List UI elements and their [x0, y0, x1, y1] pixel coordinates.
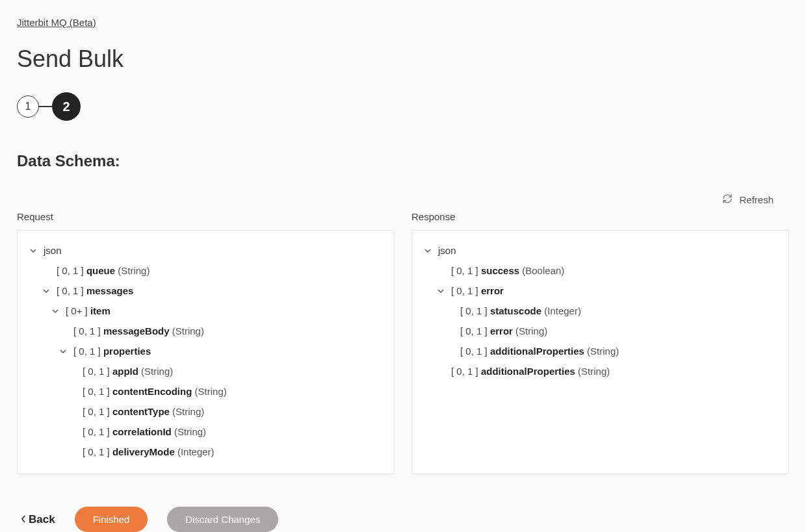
tree-node-item[interactable]: [ 0+ ] item	[29, 304, 382, 318]
step-1[interactable]: 1	[17, 95, 39, 118]
cardinality: [ 0, 1 ]	[73, 324, 101, 338]
field-name: error	[490, 324, 513, 338]
chevron-down-icon	[424, 247, 434, 255]
cardinality: [ 0, 1 ]	[83, 425, 110, 438]
tree-node-success[interactable]: [ 0, 1 ] success (Boolean)	[424, 264, 777, 277]
response-label: Response	[411, 211, 789, 222]
field-name: queue	[86, 264, 115, 277]
cardinality: [ 0, 1 ]	[83, 405, 110, 418]
chevron-left-icon	[21, 513, 26, 526]
finished-button[interactable]: Finished	[75, 507, 148, 532]
cardinality: [ 0, 1 ]	[83, 445, 110, 459]
tree-label: json	[44, 244, 62, 257]
tree-node-additionalProperties[interactable]: [ 0, 1 ] additionalProperties (String)	[424, 364, 777, 378]
field-type: (Boolean)	[522, 264, 564, 277]
field-type: (String)	[515, 324, 547, 338]
field-name: error	[481, 284, 504, 298]
field-type: (String)	[172, 405, 204, 418]
breadcrumb-link[interactable]: Jitterbit MQ (Beta)	[17, 17, 96, 28]
tree-node-error[interactable]: [ 0, 1 ] error	[424, 284, 777, 298]
chevron-down-icon	[51, 307, 62, 315]
tree-node-messages[interactable]: [ 0, 1 ] messages	[29, 284, 382, 298]
cardinality: [ 0, 1 ]	[460, 324, 488, 338]
tree-node-messageBody[interactable]: [ 0, 1 ] messageBody (String)	[29, 324, 382, 338]
chevron-down-icon	[437, 287, 447, 295]
tree-node-properties[interactable]: [ 0, 1 ] properties	[29, 344, 382, 358]
request-label: Request	[17, 211, 395, 222]
response-column: Response json [ 0, 1 ] success (Boolean)…	[411, 211, 789, 474]
cardinality: [ 0, 1 ]	[460, 344, 488, 358]
field-type: (String)	[141, 364, 173, 378]
cardinality: [ 0+ ]	[66, 304, 88, 318]
tree-node-additionalProperties-inner[interactable]: [ 0, 1 ] additionalProperties (String)	[424, 344, 777, 358]
discard-changes-button[interactable]: Discard Changes	[167, 507, 278, 532]
tree-node-contentEncoding[interactable]: [ 0, 1 ] contentEncoding (String)	[29, 385, 382, 398]
field-type: (Integer)	[177, 445, 214, 459]
refresh-icon	[722, 194, 733, 206]
field-name: additionalProperties	[490, 344, 584, 358]
tree-node-contentType[interactable]: [ 0, 1 ] contentType (String)	[29, 405, 382, 418]
cardinality: [ 0, 1 ]	[57, 264, 84, 277]
cardinality: [ 0, 1 ]	[57, 284, 84, 298]
cardinality: [ 0, 1 ]	[451, 264, 478, 277]
chevron-down-icon	[42, 287, 53, 295]
field-type: (String)	[174, 425, 206, 438]
tree-node-json[interactable]: json	[29, 244, 382, 257]
step-2[interactable]: 2	[52, 92, 81, 121]
field-name: messages	[86, 284, 134, 298]
refresh-label: Refresh	[739, 194, 774, 205]
stepper: 1 2	[17, 92, 789, 121]
cardinality: [ 0, 1 ]	[451, 364, 478, 378]
field-name: item	[90, 304, 110, 318]
field-name: messageBody	[103, 324, 170, 338]
field-type: (String)	[587, 344, 619, 358]
field-name: properties	[103, 344, 151, 358]
field-name: contentType	[112, 405, 170, 418]
footer: Back Finished Discard Changes	[17, 507, 789, 532]
field-name: deliveryMode	[112, 445, 175, 459]
tree-node-appId[interactable]: [ 0, 1 ] appId (String)	[29, 364, 382, 378]
back-button[interactable]: Back	[21, 513, 55, 526]
cardinality: [ 0, 1 ]	[451, 284, 478, 298]
cardinality: [ 0, 1 ]	[460, 304, 488, 318]
section-heading: Data Schema:	[17, 152, 789, 170]
response-schema-box: json [ 0, 1 ] success (Boolean) [ 0, 1 ]…	[411, 230, 789, 474]
page-title: Send Bulk	[17, 45, 789, 73]
tree-node-correlationId[interactable]: [ 0, 1 ] correlationId (String)	[29, 425, 382, 438]
tree-node-statuscode[interactable]: [ 0, 1 ] statuscode (Integer)	[424, 304, 777, 318]
tree-node-queue[interactable]: [ 0, 1 ] queue (String)	[29, 264, 382, 277]
field-name: statuscode	[490, 304, 541, 318]
field-name: correlationId	[112, 425, 172, 438]
request-column: Request json [ 0, 1 ] queue (String) [ 0…	[17, 211, 395, 474]
request-schema-box: json [ 0, 1 ] queue (String) [ 0, 1 ] me…	[17, 230, 395, 474]
cardinality: [ 0, 1 ]	[83, 385, 110, 398]
refresh-button[interactable]: Refresh	[722, 194, 774, 206]
chevron-down-icon	[59, 348, 70, 355]
tree-node-json[interactable]: json	[424, 244, 777, 257]
field-type: (String)	[172, 324, 204, 338]
field-type: (String)	[195, 385, 227, 398]
tree-label: json	[438, 244, 456, 257]
field-name: appId	[112, 364, 138, 378]
field-name: additionalProperties	[481, 364, 575, 378]
field-name: success	[481, 264, 519, 277]
field-type: (String)	[118, 264, 150, 277]
tree-node-error-inner[interactable]: [ 0, 1 ] error (String)	[424, 324, 777, 338]
tree-node-deliveryMode[interactable]: [ 0, 1 ] deliveryMode (Integer)	[29, 445, 382, 459]
cardinality: [ 0, 1 ]	[83, 364, 110, 378]
back-label: Back	[29, 513, 55, 526]
chevron-down-icon	[29, 247, 40, 255]
field-name: contentEncoding	[112, 385, 192, 398]
step-connector	[39, 106, 52, 107]
cardinality: [ 0, 1 ]	[73, 344, 101, 358]
field-type: (Integer)	[544, 304, 581, 318]
field-type: (String)	[578, 364, 610, 378]
